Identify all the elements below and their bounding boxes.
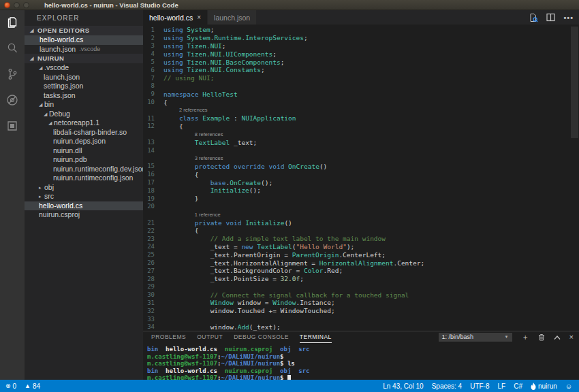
window-maximize-button[interactable] xyxy=(23,2,29,8)
code-line[interactable]: 34 window.Add(_text); xyxy=(143,323,579,331)
code-line[interactable]: 6using Tizen.NUI.Constants; xyxy=(143,66,579,74)
omnisharp-status[interactable]: nuirun xyxy=(531,382,557,390)
code-editor[interactable]: 1using System;2using System.Runtime.Inte… xyxy=(143,24,579,331)
tree-item[interactable]: ▸obj xyxy=(25,183,143,193)
tab-output[interactable]: OUTPUT xyxy=(197,332,223,343)
code-line[interactable]: 5using Tizen.NUI.BaseComponents; xyxy=(143,58,579,66)
code-line[interactable]: 30 // Connect the signal callback for a … xyxy=(143,291,579,299)
code-line[interactable]: 17 base.OnCreate(); xyxy=(143,178,579,186)
tree-item[interactable]: nuirun.dll xyxy=(25,146,143,156)
indentation-setting[interactable]: Spaces: 4 xyxy=(432,382,462,390)
new-terminal-icon[interactable]: ＋ xyxy=(522,333,529,341)
tree-item[interactable]: nuirun.pdb xyxy=(25,155,143,165)
code-line[interactable]: 11 class Example : NUIApplication xyxy=(143,114,579,122)
more-actions-icon[interactable]: ••• xyxy=(563,14,574,22)
code-line[interactable]: 23 // Add a simple text label to the mai… xyxy=(143,235,579,243)
code-line[interactable]: 3using Tizen.NUI; xyxy=(143,42,579,50)
window-minimize-button[interactable] xyxy=(14,2,20,8)
open-editor-item[interactable]: launch.json.vscode xyxy=(25,45,143,54)
code-line[interactable]: 28 _text.PointSize = 32.0f; xyxy=(143,275,579,283)
tree-item[interactable]: nuirun.deps.json xyxy=(25,137,143,146)
code-line[interactable]: 15 protected override void OnCreate() xyxy=(143,163,579,171)
omnisharp-preview-icon[interactable] xyxy=(529,13,538,22)
codelens-row[interactable]: 3 references xyxy=(143,154,579,163)
code-line[interactable]: 1using System; xyxy=(143,26,579,34)
code-line[interactable]: 12 { xyxy=(143,122,579,131)
terminal-line: bin hello-world.cs nuirun.csproj obj src xyxy=(147,368,579,375)
code-line[interactable]: 19 } xyxy=(143,195,579,203)
code-line[interactable]: 32 window.Touched += WindowTouched; xyxy=(143,307,579,315)
split-editor-icon[interactable] xyxy=(546,13,555,22)
code-line[interactable]: 10{ xyxy=(143,98,579,106)
tree-item[interactable]: tasks.json xyxy=(25,91,143,101)
cursor-position[interactable]: Ln 43, Col 10 xyxy=(383,382,424,390)
codelens-row[interactable]: 1 reference xyxy=(143,210,579,218)
encoding-setting[interactable]: UTF-8 xyxy=(470,382,489,390)
code-line[interactable]: 22 { xyxy=(143,227,579,235)
source-control-icon[interactable] xyxy=(4,66,20,82)
open-editor-item[interactable]: hello-world.cs xyxy=(25,35,143,45)
tree-item[interactable]: libdali-csharp-binder.so xyxy=(25,128,143,137)
codelens-row[interactable]: 2 references xyxy=(143,106,579,114)
code-line[interactable]: 7// using NUI; xyxy=(143,74,579,82)
debug-icon[interactable] xyxy=(4,92,20,108)
tree-item[interactable]: hello-world.cs xyxy=(25,201,143,211)
extensions-icon[interactable] xyxy=(4,118,20,134)
code-line[interactable]: 13 TextLabel _text; xyxy=(143,138,579,146)
flame-icon xyxy=(531,382,536,390)
line-number: 5 xyxy=(143,59,163,65)
code-line[interactable]: 25 _text.ParentOrigin = ParentOrigin.Cen… xyxy=(143,250,579,259)
code-line[interactable]: 21 private void Initialize() xyxy=(143,218,579,227)
tab-debug-console[interactable]: DEBUG CONSOLE xyxy=(234,332,289,343)
terminal-shell-select[interactable]: 1: /bin/bash ▼ xyxy=(439,333,512,342)
warning-count[interactable]: ▲ 84 xyxy=(25,382,40,390)
tree-item[interactable]: nuirun.runtimeconfig.json xyxy=(25,174,143,183)
code-line[interactable]: 20 xyxy=(143,203,579,211)
code-line[interactable]: 9namespace HelloTest xyxy=(143,90,579,98)
code-line[interactable]: 24 _text = new TextLabel("Hello World"); xyxy=(143,243,579,251)
tab-launch-json[interactable]: launch.json xyxy=(208,10,257,24)
tree-item[interactable]: ◢bin xyxy=(25,100,143,110)
editor-scrollbar[interactable] xyxy=(571,27,578,138)
kill-terminal-icon[interactable] xyxy=(538,333,545,341)
tree-item[interactable]: launch.json xyxy=(25,73,143,82)
search-icon[interactable] xyxy=(4,40,20,56)
terminal-line: m.castling@wsf-1107:~/DALiNUI/nuirun$ xyxy=(147,374,579,380)
status-bar: ⊗ 0 ▲ 84 Ln 43, Col 10 Spaces: 4 UTF-8 L… xyxy=(0,380,579,392)
open-editors-header[interactable]: ◢ OPEN EDITORS xyxy=(25,26,143,35)
tree-item[interactable]: settings.json xyxy=(25,82,143,91)
tree-item[interactable]: ◢.vscode xyxy=(25,63,143,73)
tree-item[interactable]: nuirun.csproj xyxy=(25,210,143,220)
feedback-smiley-icon[interactable]: ☺ xyxy=(565,382,572,390)
code-line[interactable]: 33 xyxy=(143,315,579,323)
code-line[interactable]: 8 xyxy=(143,82,579,91)
close-icon[interactable]: × xyxy=(197,14,201,21)
tree-item[interactable]: ◢Debug xyxy=(25,110,143,119)
tab-problems[interactable]: PROBLEMS xyxy=(151,332,186,343)
codelens-row[interactable]: 8 references xyxy=(143,130,579,138)
code-line[interactable]: 14 xyxy=(143,146,579,154)
code-line[interactable]: 29 xyxy=(143,283,579,291)
code-line[interactable]: 4using Tizen.NUI.UIComponents; xyxy=(143,50,579,58)
terminal-content[interactable]: bin hello-world.cs nuirun.csproj obj src… xyxy=(143,343,579,380)
code-line[interactable]: 27 _text.BackgroundColor = Color.Red; xyxy=(143,267,579,275)
line-number: 31 xyxy=(143,299,163,306)
tree-item[interactable]: ▸src xyxy=(25,192,143,201)
window-close-button[interactable] xyxy=(4,2,10,8)
close-panel-icon[interactable]: × xyxy=(569,333,574,341)
code-line[interactable]: 18 Initialize(); xyxy=(143,186,579,195)
language-mode[interactable]: C# xyxy=(514,382,522,390)
eol-setting[interactable]: LF xyxy=(498,382,506,390)
code-line[interactable]: 26 _text.HorizontalAlignment = Horizonta… xyxy=(143,259,579,267)
tree-item[interactable]: nuirun.runtimeconfig.dev.json xyxy=(25,165,143,174)
project-section-header[interactable]: ◢ NUIRUN xyxy=(25,54,143,63)
tree-item[interactable]: ◢netcoreapp1.1 xyxy=(25,118,143,128)
error-count[interactable]: ⊗ 0 xyxy=(5,382,16,390)
explorer-icon[interactable] xyxy=(4,14,20,31)
maximize-panel-icon[interactable] xyxy=(554,335,561,340)
code-line[interactable]: 2using System.Runtime.InteropServices; xyxy=(143,34,579,42)
tab-hello-world-cs[interactable]: hello-world.cs × xyxy=(143,10,208,24)
code-line[interactable]: 31 Window window = Window.Instance; xyxy=(143,299,579,307)
tab-terminal[interactable]: TERMINAL xyxy=(300,332,332,343)
code-line[interactable]: 16 { xyxy=(143,170,579,178)
